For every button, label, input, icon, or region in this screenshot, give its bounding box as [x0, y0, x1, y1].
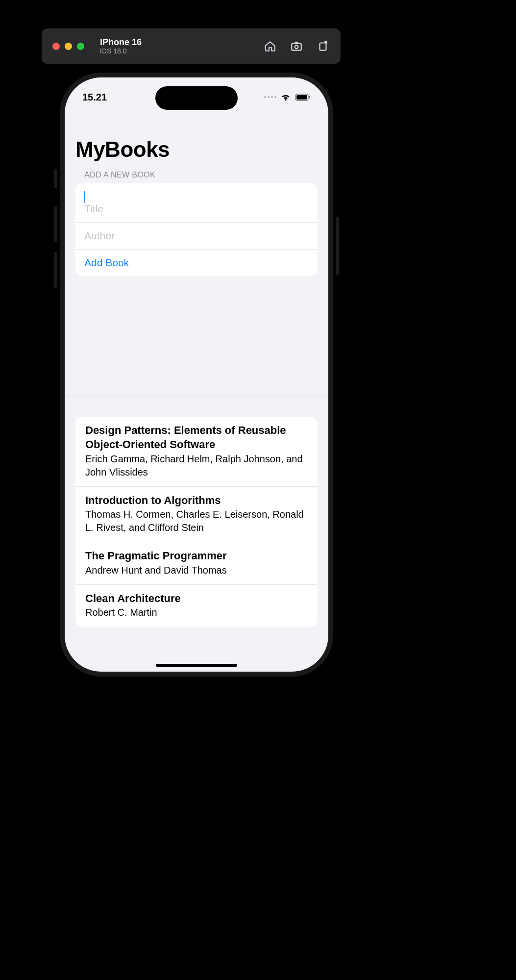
- book-row[interactable]: Clean ArchitectureRobert C. Martin: [75, 585, 318, 627]
- author-field-row[interactable]: [75, 223, 318, 250]
- battery-icon: [295, 94, 311, 101]
- zoom-window-button[interactable]: [77, 43, 84, 50]
- book-title: Introduction to Algorithms: [85, 494, 308, 508]
- book-row[interactable]: Design Patterns: Elements of Reusable Ob…: [75, 417, 318, 486]
- mute-switch[interactable]: [54, 169, 57, 188]
- title-input[interactable]: [84, 203, 309, 215]
- svg-rect-0: [292, 44, 301, 50]
- status-time: 15.21: [82, 92, 107, 103]
- text-cursor: [84, 191, 85, 203]
- book-list: Design Patterns: Elements of Reusable Ob…: [75, 417, 318, 627]
- simulator-device-label: iPhone 16: [100, 37, 142, 48]
- svg-rect-2: [320, 43, 326, 50]
- form-section-header: ADD A NEW BOOK: [65, 171, 328, 183]
- page-title: MyBooks: [65, 108, 328, 171]
- volume-down-button[interactable]: [54, 252, 57, 288]
- svg-rect-5: [309, 96, 311, 99]
- cellular-icon: [264, 96, 276, 98]
- add-book-button[interactable]: Add Book: [84, 257, 129, 269]
- dynamic-island: [155, 86, 238, 110]
- author-input[interactable]: [84, 230, 309, 242]
- book-title: Clean Architecture: [85, 592, 308, 606]
- simulator-os-label: iOS 18.0: [100, 47, 142, 55]
- home-icon[interactable]: [263, 39, 277, 53]
- title-field-row[interactable]: [75, 183, 318, 223]
- phone-frame: 15.21 MyBooks ADD A NEW BOOK: [57, 70, 336, 679]
- add-book-form: Add Book: [75, 183, 318, 276]
- book-row[interactable]: The Pragmatic ProgrammerAndrew Hunt and …: [75, 542, 318, 585]
- book-title: Design Patterns: Elements of Reusable Ob…: [85, 424, 308, 452]
- book-author: Robert C. Martin: [85, 606, 308, 619]
- book-author: Erich Gamma, Richard Helm, Ralph Johnson…: [85, 452, 308, 479]
- book-title: The Pragmatic Programmer: [85, 549, 308, 563]
- book-row[interactable]: Introduction to AlgorithmsThomas H. Corm…: [75, 487, 318, 543]
- svg-rect-4: [296, 95, 307, 100]
- rotate-icon[interactable]: [316, 39, 330, 53]
- section-divider: [65, 394, 328, 397]
- window-controls: [52, 43, 84, 50]
- close-window-button[interactable]: [52, 43, 60, 50]
- simulator-title-block: iPhone 16 iOS 18.0: [100, 37, 142, 55]
- wifi-icon: [280, 93, 291, 101]
- svg-point-1: [295, 45, 298, 49]
- phone-screen: 15.21 MyBooks ADD A NEW BOOK: [65, 77, 328, 672]
- screenshot-icon[interactable]: [290, 39, 303, 53]
- minimize-window-button[interactable]: [65, 43, 72, 50]
- side-button[interactable]: [336, 217, 339, 276]
- home-indicator[interactable]: [156, 664, 237, 667]
- simulator-titlebar: iPhone 16 iOS 18.0: [42, 28, 341, 64]
- book-author: Thomas H. Cormen, Charles E. Leiserson, …: [85, 508, 308, 534]
- book-author: Andrew Hunt and David Thomas: [85, 564, 308, 577]
- volume-up-button[interactable]: [54, 206, 57, 242]
